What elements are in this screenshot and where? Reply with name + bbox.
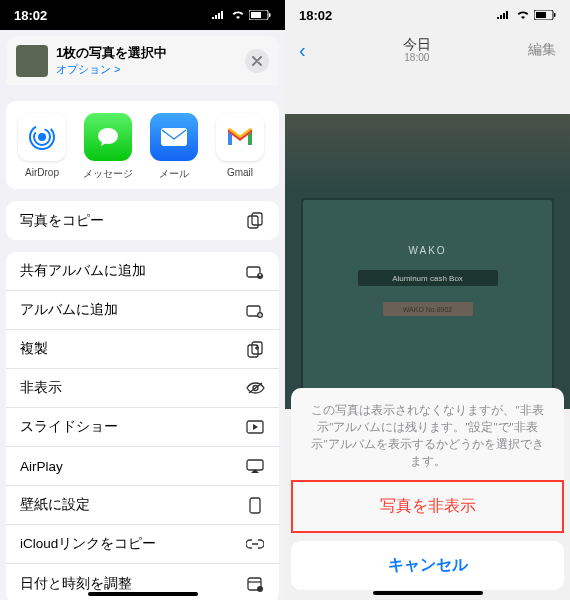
- action-label: 共有アルバムに追加: [20, 262, 146, 280]
- nav-subtitle: 18:00: [403, 52, 431, 64]
- svg-rect-8: [248, 216, 258, 228]
- nav-title: 今日: [403, 36, 431, 53]
- svg-point-6: [98, 128, 118, 144]
- svg-point-12: [259, 274, 261, 276]
- photo-viewer[interactable]: WAKO Aluminum cash Box WAKO No.8902: [285, 114, 570, 409]
- channel-airdrop[interactable]: AirDrop: [12, 113, 72, 181]
- gmail-icon: [216, 113, 264, 161]
- action-label: 写真をコピー: [20, 212, 104, 230]
- nav-title-block: 今日 18:00: [403, 36, 431, 65]
- photo-content: WAKO Aluminum cash Box WAKO No.8902: [301, 198, 554, 393]
- close-icon: [252, 56, 262, 66]
- status-indicators: [211, 10, 271, 20]
- wifi-icon: [231, 10, 245, 20]
- edit-button[interactable]: 編集: [528, 41, 556, 59]
- channel-gmail[interactable]: Gmail: [210, 113, 270, 181]
- svg-rect-2: [269, 13, 271, 17]
- photo-tag-text: WAKO No.8902: [383, 302, 473, 316]
- hide-photo-button[interactable]: 写真を非表示: [291, 480, 564, 533]
- action-add-album[interactable]: アルバムに追加: [6, 291, 279, 330]
- action-slideshow[interactable]: スライドショー: [6, 408, 279, 447]
- action-label: AirPlay: [20, 459, 63, 474]
- action-group-main: 共有アルバムに追加 アルバムに追加 複製 非表示 スライドショー AirPlay…: [6, 252, 279, 600]
- dialog-message: この写真は表示されなくなりますが、"非表示"アルバムには残ります。"設定"で"非…: [291, 388, 564, 481]
- channel-messages[interactable]: メッセージ: [78, 113, 138, 181]
- svg-rect-24: [536, 12, 546, 18]
- channel-label: Gmail: [227, 167, 253, 178]
- eye-slash-icon: [245, 381, 265, 395]
- link-icon: [245, 539, 265, 549]
- action-label: iCloudリンクをコピー: [20, 535, 156, 553]
- action-icloud-link[interactable]: iCloudリンクをコピー: [6, 525, 279, 564]
- share-sheet-screen: 18:02 1枚の写真を選択中 オプション > AirDrop メッセージ: [0, 0, 285, 600]
- battery-icon: [534, 10, 556, 20]
- airdrop-icon: [18, 113, 66, 161]
- action-label: アルバムに追加: [20, 301, 118, 319]
- duplicate-icon: [245, 341, 265, 358]
- nav-bar: ‹ 今日 18:00 編集: [285, 30, 570, 70]
- shared-album-icon: [245, 264, 265, 279]
- svg-rect-1: [251, 12, 261, 18]
- share-channels-row: AirDrop メッセージ メール Gmail: [6, 101, 279, 189]
- mail-icon: [150, 113, 198, 161]
- action-airplay[interactable]: AirPlay: [6, 447, 279, 486]
- status-time: 18:02: [14, 8, 47, 23]
- sheet-title: 1枚の写真を選択中: [56, 44, 237, 62]
- photo-detail-screen: 18:02 ‹ 今日 18:00 編集 WAKO Aluminum cash B…: [285, 0, 570, 600]
- home-indicator[interactable]: [88, 592, 198, 596]
- channel-more[interactable]: [276, 113, 279, 181]
- signal-icon: [211, 10, 227, 20]
- action-duplicate[interactable]: 複製: [6, 330, 279, 369]
- close-button[interactable]: [245, 49, 269, 73]
- status-time: 18:02: [299, 8, 332, 23]
- action-group-copy: 写真をコピー: [6, 201, 279, 240]
- messages-icon: [84, 113, 132, 161]
- photo-brand-text: WAKO: [408, 245, 446, 256]
- action-label: 壁紙に設定: [20, 496, 90, 514]
- status-bar: 18:02: [285, 0, 570, 30]
- svg-rect-9: [252, 213, 262, 225]
- phone-rect-icon: [245, 497, 265, 514]
- status-indicators: [496, 10, 556, 20]
- back-button[interactable]: ‹: [299, 39, 306, 62]
- channel-mail[interactable]: メール: [144, 113, 204, 181]
- action-label: 日付と時刻を調整: [20, 575, 132, 593]
- home-indicator[interactable]: [373, 591, 483, 595]
- signal-icon: [496, 10, 512, 20]
- action-copy-photo[interactable]: 写真をコピー: [6, 201, 279, 240]
- sheet-header: 1枚の写真を選択中 オプション >: [6, 36, 279, 85]
- svg-point-3: [38, 133, 46, 141]
- action-label: スライドショー: [20, 418, 118, 436]
- play-rect-icon: [245, 420, 265, 434]
- airplay-icon: [245, 459, 265, 474]
- status-bar: 18:02: [0, 0, 285, 30]
- calendar-icon: [245, 576, 265, 592]
- channel-label: AirDrop: [25, 167, 59, 178]
- photo-plate-text: Aluminum cash Box: [358, 270, 498, 286]
- action-label: 非表示: [20, 379, 62, 397]
- action-label: 複製: [20, 340, 48, 358]
- sheet-header-text: 1枚の写真を選択中 オプション >: [56, 44, 237, 77]
- battery-icon: [249, 10, 271, 20]
- channel-label: メッセージ: [83, 167, 133, 181]
- album-plus-icon: [245, 303, 265, 318]
- photo-thumbnail[interactable]: [16, 45, 48, 77]
- svg-rect-20: [250, 498, 260, 513]
- action-add-shared-album[interactable]: 共有アルバムに追加: [6, 252, 279, 291]
- svg-rect-19: [247, 460, 263, 470]
- svg-rect-25: [554, 13, 556, 17]
- options-link[interactable]: オプション >: [56, 62, 237, 77]
- channel-label: メール: [159, 167, 189, 181]
- hide-action-sheet: この写真は表示されなくなりますが、"非表示"アルバムには残ります。"設定"で"非…: [291, 388, 564, 601]
- action-hide[interactable]: 非表示: [6, 369, 279, 408]
- wifi-icon: [516, 10, 530, 20]
- copy-icon: [245, 212, 265, 229]
- svg-rect-7: [161, 128, 187, 146]
- svg-point-22: [257, 586, 263, 592]
- action-wallpaper[interactable]: 壁紙に設定: [6, 486, 279, 525]
- cancel-button[interactable]: キャンセル: [291, 541, 564, 590]
